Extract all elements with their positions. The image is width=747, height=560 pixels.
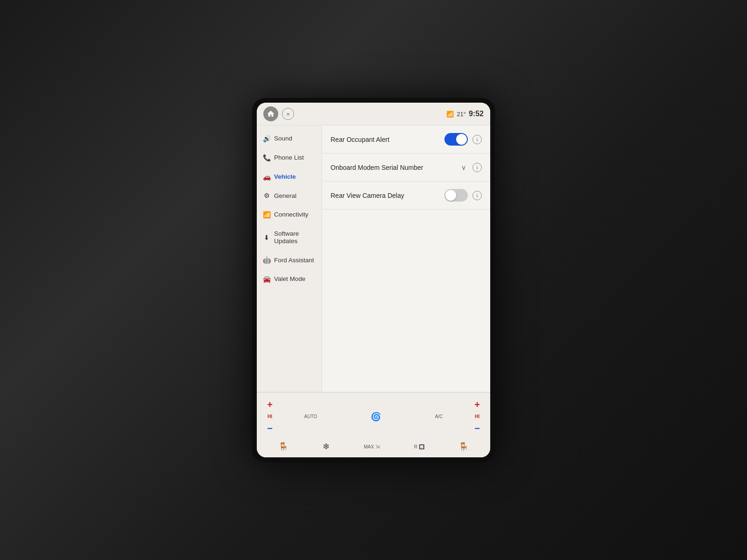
connectivity-label: Connectivity [274,211,309,218]
setting-controls-onboard-modem-serial: ∨i [461,163,482,172]
fan-icon-center[interactable]: 🌀 [371,412,381,422]
ford-assistant-label: Ford Assistant [274,257,314,264]
max-defrost-button[interactable]: MAX 🌬 [364,444,380,449]
software-updates-label: Software Updates [274,230,316,245]
fan-speed-button[interactable]: ❄ [323,441,330,452]
temp-left-hi-label: HI [268,414,272,419]
auto-label: AUTO [304,414,317,419]
status-area: 📶 21° 9:52 [446,110,484,118]
auto-climate-button[interactable]: AUTO [304,414,317,419]
climate-right-side: + HI − [469,396,486,437]
setting-label-onboard-modem-serial: Onboard Modem Serial Number [331,164,461,171]
climate-center-controls: AUTO 🌀 A/C [278,412,469,422]
vehicle-label: Vehicle [274,173,296,181]
toggle-rear-view-camera-delay[interactable] [444,189,468,202]
setting-row-rear-occupant-alert: Rear Occupant Alerti [322,126,490,154]
sidebar-item-sound[interactable]: 🔊Sound [257,129,322,148]
climate-bar: + HI − AUTO 🌀 A/C + [257,392,490,457]
wifi-icon: 📶 [446,111,454,118]
sidebar-item-ford-assistant[interactable]: 🤖Ford Assistant [257,251,322,270]
settings-panel: Rear Occupant AlertiOnboard Modem Serial… [322,126,490,392]
temp-right-plus-button[interactable]: + [469,396,486,413]
ford-assistant-icon: 🤖 [262,256,271,264]
temp-right-minus-button[interactable]: − [469,420,486,437]
seat-heat-right-button[interactable]: 🪑 [458,441,469,452]
ac-button[interactable]: A/C [435,414,443,419]
seat-heat-right-icon: 🪑 [458,441,469,452]
screen-bezel: × 📶 21° 9:52 🔊Sound📞Phone List🚗Vehicle⚙G… [252,98,495,462]
setting-row-rear-view-camera-delay: Rear View Camera Delayi [322,182,490,210]
main-content: 🔊Sound📞Phone List🚗Vehicle⚙General📶Connec… [257,126,490,392]
sidebar-item-software-updates[interactable]: ⬇Software Updates [257,224,322,251]
time-display: 9:52 [469,110,484,118]
dropdown-arrow-onboard-modem-serial[interactable]: ∨ [461,164,466,171]
sidebar-item-valet-mode[interactable]: 🚘Valet Mode [257,270,322,289]
climate-left-side: + HI − [261,396,278,437]
temp-left-minus-button[interactable]: − [261,420,278,437]
vehicle-icon: 🚗 [262,173,271,181]
temp-right-hi-label: HI [475,414,479,419]
temperature-display: 21° [457,111,466,118]
software-updates-icon: ⬇ [262,234,271,242]
temp-left-plus-button[interactable]: + [261,396,278,413]
home-icon [267,110,275,118]
sidebar-item-connectivity[interactable]: 📶Connectivity [257,205,322,224]
sound-icon: 🔊 [262,135,271,143]
rear-defrost-label: R 🔲 [414,444,424,449]
setting-label-rear-occupant-alert: Rear Occupant Alert [331,136,444,143]
valet-mode-icon: 🚘 [262,275,271,283]
setting-row-onboard-modem-serial: Onboard Modem Serial Number∨i [322,154,490,182]
info-btn-rear-occupant-alert[interactable]: i [472,135,482,144]
top-bar: × 📶 21° 9:52 [257,103,490,126]
sidebar-item-phone-list[interactable]: 📞Phone List [257,148,322,168]
sidebar-item-vehicle[interactable]: 🚗Vehicle [257,168,322,187]
phone-list-label: Phone List [274,154,304,161]
valet-mode-label: Valet Mode [274,275,305,283]
info-btn-rear-view-camera-delay[interactable]: i [472,191,482,200]
toggle-knob-rear-view-camera-delay [445,190,456,201]
home-button[interactable] [263,106,278,121]
setting-controls-rear-view-camera-delay: i [444,189,482,202]
fan-icon: 🌀 [371,412,381,422]
rear-defrost-button[interactable]: R 🔲 [414,444,424,449]
seat-heat-left-button[interactable]: 🪑 [278,441,289,452]
toggle-knob-rear-occupant-alert [456,134,467,145]
main-screen: × 📶 21° 9:52 🔊Sound📞Phone List🚗Vehicle⚙G… [257,103,490,457]
climate-bottom-row: 🪑 ❄ MAX 🌬 R 🔲 🪑 [261,440,486,454]
info-btn-onboard-modem-serial[interactable]: i [472,163,482,172]
general-icon: ⚙ [262,192,271,200]
sound-label: Sound [274,135,292,142]
setting-controls-rear-occupant-alert: i [444,133,482,146]
setting-label-rear-view-camera-delay: Rear View Camera Delay [331,192,444,199]
general-label: General [274,192,296,200]
seat-heat-left-icon: 🪑 [278,441,289,452]
climate-top-row: + HI − AUTO 🌀 A/C + [261,396,486,437]
connectivity-icon: 📶 [262,211,271,219]
sidebar: 🔊Sound📞Phone List🚗Vehicle⚙General📶Connec… [257,126,322,392]
close-button[interactable]: × [282,108,294,120]
max-label: MAX 🌬 [364,444,380,449]
toggle-rear-occupant-alert[interactable] [444,133,468,146]
ac-label: A/C [435,414,443,419]
close-icon: × [286,111,290,118]
fan-speed-icon: ❄ [323,441,330,452]
sidebar-item-general[interactable]: ⚙General [257,186,322,205]
phone-list-icon: 📞 [262,154,271,162]
